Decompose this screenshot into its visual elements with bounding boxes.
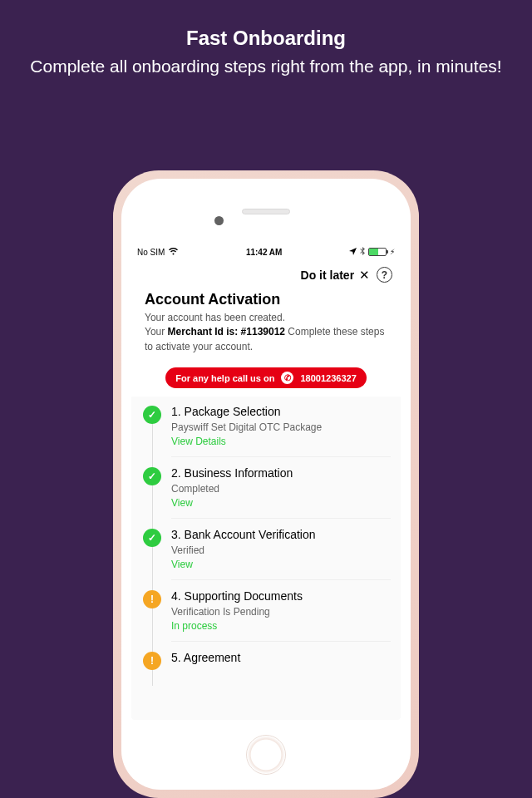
- steps-container: ✓ 1. Package Selection Payswiff Set Digi…: [131, 397, 401, 720]
- step-title: 3. Bank Account Verification: [171, 528, 391, 541]
- wifi-icon: [168, 247, 179, 257]
- header-row: Do it later ✕ ?: [131, 260, 401, 288]
- promo-title: Fast Onboarding: [0, 27, 532, 50]
- step-link[interactable]: View: [171, 559, 391, 570]
- step-status: Payswiff Set Digital OTC Package: [171, 421, 391, 433]
- step-link[interactable]: View: [171, 497, 391, 509]
- warning-icon: !: [143, 652, 161, 670]
- home-button[interactable]: [246, 735, 286, 775]
- close-icon[interactable]: ✕: [359, 268, 370, 282]
- warning-icon: !: [143, 590, 161, 608]
- phone-frame: No SIM 11:42 AM ⚡︎: [113, 170, 419, 798]
- step-link[interactable]: View Details: [171, 436, 391, 447]
- activation-text: Your account has been created. Your Merc…: [145, 311, 387, 354]
- help-phone-number: 18001236327: [300, 373, 356, 383]
- step-agreement[interactable]: ! 5. Agreement: [143, 651, 401, 686]
- step-title: 2. Business Information: [171, 466, 391, 480]
- phone-screen: No SIM 11:42 AM ⚡︎: [131, 244, 401, 720]
- step-status: Verification Is Pending: [171, 606, 391, 618]
- activation-title: Account Activation: [145, 291, 387, 308]
- step-supporting-docs[interactable]: ! 4. Supporting Documents Verification I…: [143, 589, 401, 651]
- step-link[interactable]: In process: [171, 620, 391, 632]
- speaker-slot: [242, 209, 290, 214]
- step-business-info[interactable]: ✓ 2. Business Information Completed View: [143, 466, 401, 528]
- step-title: 5. Agreement: [171, 651, 391, 664]
- help-button[interactable]: ?: [377, 267, 392, 283]
- check-icon: ✓: [143, 467, 161, 485]
- carrier-label: No SIM: [137, 248, 165, 257]
- check-icon: ✓: [143, 406, 161, 424]
- step-package-selection[interactable]: ✓ 1. Package Selection Payswiff Set Digi…: [143, 405, 401, 466]
- step-title: 4. Supporting Documents: [171, 589, 391, 603]
- charging-icon: ⚡︎: [390, 248, 395, 256]
- merchant-id: Merchant Id is: #1139012: [168, 326, 285, 337]
- bezel-top: [121, 179, 411, 244]
- location-icon: [349, 248, 357, 257]
- camera-dot: [214, 216, 224, 225]
- phone-inner: No SIM 11:42 AM ⚡︎: [121, 179, 411, 790]
- phone-icon: ✆: [281, 372, 293, 384]
- battery-icon: [368, 248, 387, 256]
- promo-subtitle: Complete all onboarding steps right from…: [0, 55, 532, 78]
- status-bar: No SIM 11:42 AM ⚡︎: [131, 244, 401, 260]
- check-icon: ✓: [143, 529, 161, 547]
- do-it-later-button[interactable]: Do it later ✕: [301, 268, 370, 283]
- step-status: Verified: [171, 544, 391, 556]
- bluetooth-icon: [360, 247, 365, 258]
- step-title: 1. Package Selection: [171, 405, 391, 418]
- status-time: 11:42 AM: [246, 248, 283, 257]
- activation-header: Account Activation Your account has been…: [131, 288, 401, 364]
- help-call-pill[interactable]: For any help call us on ✆ 18001236327: [165, 367, 367, 388]
- help-pill-text: For any help call us on: [175, 373, 274, 383]
- step-status: Completed: [171, 483, 391, 495]
- step-bank-verification[interactable]: ✓ 3. Bank Account Verification Verified …: [143, 528, 401, 589]
